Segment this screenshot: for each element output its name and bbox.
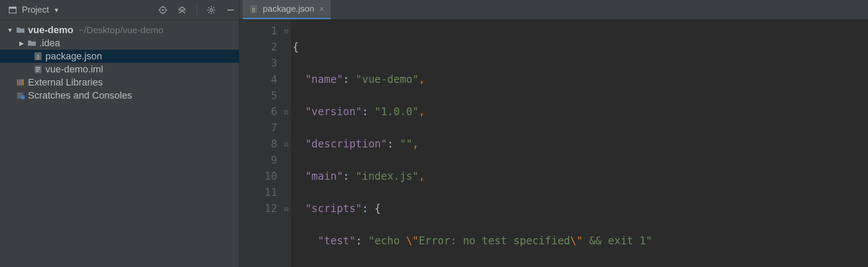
gutter[interactable]: 1 2 3 4 5 6 7 8 9 10 11 12	[239, 20, 282, 267]
tool-title-text: Project	[22, 5, 49, 15]
tree-label: vue-demo.iml	[45, 64, 103, 75]
svg-line-14	[209, 7, 210, 8]
line-number: 7	[239, 120, 277, 136]
fold-start-icon[interactable]: ⊟	[282, 23, 290, 39]
fold-end-icon[interactable]: ⊟	[282, 136, 290, 152]
svg-rect-23	[36, 69, 40, 70]
tree-root[interactable]: ▼ vue-demo ~/Desktop/vue-demo	[0, 24, 239, 37]
line-number: 12	[239, 201, 277, 217]
line-number: 11	[239, 185, 277, 201]
project-icon	[8, 5, 17, 15]
tree-label: Scratches and Consoles	[28, 90, 132, 101]
svg-rect-27	[21, 79, 22, 86]
fold-start-icon[interactable]: ⊟	[282, 104, 290, 120]
line-number: 6	[239, 104, 277, 120]
svg-rect-25	[17, 79, 18, 86]
hide-icon[interactable]	[226, 5, 235, 15]
tree-external-libraries[interactable]: External Libraries	[0, 76, 239, 89]
project-tool-window: Project ▼ ▼ vue-demo ~/Desk	[0, 0, 239, 267]
tree-file-iml[interactable]: vue-demo.iml	[0, 63, 239, 76]
file-icon	[33, 65, 43, 74]
tree-label: .idea	[39, 38, 60, 49]
collapse-all-icon[interactable]	[177, 5, 187, 15]
svg-line-15	[213, 12, 214, 13]
line-number: 9	[239, 152, 277, 168]
chevron-right-icon: ▶	[18, 40, 24, 47]
folder-icon	[16, 25, 25, 35]
svg-rect-24	[36, 71, 39, 72]
scratches-icon	[16, 91, 25, 100]
svg-text:{}: {}	[252, 7, 255, 12]
code-editor[interactable]: 1 2 3 4 5 6 7 8 9 10 11 12 ⊟ ⊟ ⊟ ⊟ { "na…	[239, 20, 868, 267]
json-file-icon: {}	[249, 4, 258, 14]
svg-rect-26	[19, 79, 20, 86]
svg-rect-22	[36, 67, 40, 68]
tree-file-package-json[interactable]: {} package.json	[0, 50, 239, 63]
locate-icon[interactable]	[158, 5, 168, 15]
line-number: 3	[239, 55, 277, 72]
tree-label: vue-demo	[28, 24, 73, 36]
fold-column[interactable]: ⊟ ⊟ ⊟ ⊟	[282, 20, 291, 267]
svg-point-30	[21, 95, 25, 99]
line-number: 2	[239, 39, 277, 55]
svg-text:{}: {}	[37, 55, 40, 59]
chevron-down-icon: ▼	[7, 27, 13, 34]
fold-end-icon[interactable]: ⊟	[282, 201, 290, 217]
project-view-selector[interactable]: Project ▼	[8, 5, 59, 15]
tool-header: Project ▼	[0, 0, 239, 20]
svg-line-16	[209, 12, 210, 13]
code-content[interactable]: { "name": "vue-demo", "version": "1.0.0"…	[291, 20, 652, 267]
svg-point-9	[210, 9, 213, 11]
svg-rect-1	[9, 7, 16, 9]
libraries-icon	[16, 78, 25, 87]
tree-folder-idea[interactable]: ▶ .idea	[0, 37, 239, 50]
line-number: 8	[239, 136, 277, 152]
tab-label: package.json	[263, 4, 314, 14]
editor-tab-package-json[interactable]: {} package.json ✕	[243, 0, 331, 19]
tree-label: External Libraries	[28, 77, 103, 88]
json-file-icon: {}	[33, 51, 43, 61]
svg-point-3	[162, 9, 164, 11]
line-number: 5	[239, 88, 277, 104]
svg-rect-28	[22, 79, 24, 86]
tree-scratches[interactable]: Scratches and Consoles	[0, 89, 239, 102]
tree-label: package.json	[45, 51, 102, 62]
chevron-down-icon: ▼	[53, 7, 59, 14]
editor-area: {} package.json ✕ 1 2 3 4 5 6 7 8 9 10 1…	[239, 0, 868, 267]
folder-icon	[27, 38, 37, 48]
line-number: 10	[239, 168, 277, 185]
gear-icon[interactable]	[207, 5, 216, 15]
close-icon[interactable]: ✕	[319, 5, 324, 13]
line-number: 1	[239, 23, 277, 39]
editor-tabbar: {} package.json ✕	[239, 0, 868, 20]
project-tree[interactable]: ▼ vue-demo ~/Desktop/vue-demo ▶ .idea {}…	[0, 20, 239, 102]
tree-path: ~/Desktop/vue-demo	[79, 25, 163, 35]
divider	[196, 4, 197, 16]
svg-line-17	[213, 7, 214, 8]
line-number: 4	[239, 72, 277, 88]
